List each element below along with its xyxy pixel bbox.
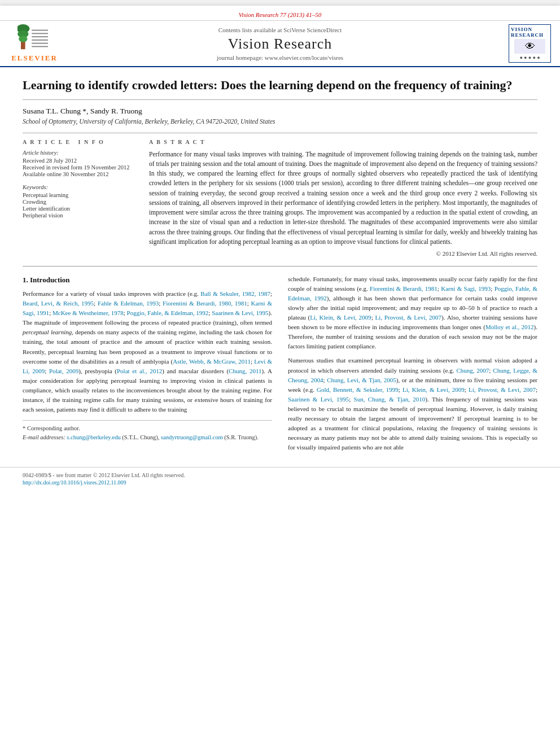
authors: Susana T.L. Chung *, Sandy R. Truong [23,107,537,116]
keyword-3: Letter identification [23,206,135,212]
doi-link[interactable]: http://dx.doi.org/10.1016/j.visres.2012.… [23,479,126,486]
footnote-email: E-mail addresses: s.chung@berkeley.edu (… [23,433,272,442]
vision-logo-title: VISION RESEARCH [511,27,549,38]
section-divider [23,266,537,267]
email-truong: sandyrtruong@gmail.com [161,434,223,440]
article-meta-section: A R T I C L E I N F O Article history: R… [23,133,537,257]
abstract-column: A B S T R A C T Performance for many vis… [149,139,537,257]
ref-saarinen2: Saarinen & Levi, 1995 [288,396,349,403]
sciverse-line: Contents lists available at SciVerse Sci… [65,27,495,33]
received-revised-date: Received in revised form 19 November 201… [23,164,135,171]
ref-poggio: Poggio, Fahle, & Edelman, 1992 [127,309,209,316]
sciverse-text: Contents lists available at SciVerse Sci… [218,27,342,33]
elsevier-logo: ELSEVIER [9,24,60,63]
body-col-left: 1. Introduction Performance for a variet… [23,274,272,457]
keyword-2: Crowding [23,199,135,205]
svg-rect-7 [32,40,48,41]
footer-copyright: 0042-6989/$ - see front matter © 2012 El… [23,472,537,478]
ref-fiorentini2: Fiorentini & Berardi, 1981 [370,285,438,292]
term-perceptual-learning: perceptual learning [23,329,72,335]
intro-para-3: Numerous studies that examined perceptua… [288,356,537,452]
email-label: E-mail addresses: [23,434,65,440]
abstract-label: A B S T R A C T [149,139,537,145]
homepage-line: journal homepage: www.elsevier.com/locat… [65,54,495,61]
page: Vision Research 77 (2013) 41–50 ELSEVIER [0,6,560,747]
footer-doi: http://dx.doi.org/10.1016/j.visres.2012.… [23,479,537,486]
ref-li-provost2: Li, Provost, & Levi, 2007 [469,386,536,393]
ref-chung2007: Chung, 2007 [456,367,489,374]
svg-rect-4 [32,30,48,31]
abstract-text: Performance for many visual tasks improv… [149,150,537,247]
ref-chung-levi: Chung, Levi, & Tjan, 2005 [327,377,396,383]
article-history-block: Article history: Received 28 July 2012 R… [23,150,135,177]
ref-sun: Sun, Chung, & Tjan, 2010 [354,396,426,403]
ref-ball-sekuler: Ball & Sekuler, 1982, 1987 [200,290,270,297]
footnote-section: * Corresponding author. E-mail addresses… [23,420,272,443]
svg-rect-6 [32,36,48,37]
ref-mckee: McKee & Westheimer, 1978 [53,309,124,316]
affiliation: School of Optometry, University of Calif… [23,118,537,125]
svg-rect-5 [32,33,48,34]
vision-logo-dots: ● ● ● ● ● [519,55,540,60]
ref-gold: Gold, Bennett, & Sekuler, 1999 [317,386,399,393]
vision-logo-image: 👁 [514,39,545,54]
journal-reference: Vision Research 77 (2013) 41–50 [239,11,322,18]
footnote-corresponding: * Corresponding author. [23,424,272,433]
article-info-label: A R T I C L E I N F O [23,139,135,145]
journal-header: ELSEVIER Contents lists available at Sci… [0,21,560,67]
author-names: Susana T.L. Chung *, Sandy R. Truong [23,107,142,115]
ref-polat: Polat, 2009 [49,368,78,374]
ref-chung-legge: Chung, Legge, & Cheung, 2004 [288,367,537,383]
ref-beard: Beard, Levi, & Reich, 1995 [23,300,94,307]
ref-li-provost: Li, Provost, & Levi, 2007 [375,314,441,321]
ref-chung2011: Chung, 2011 [229,368,261,374]
body-col-right: schedule. Fortunately, for many visual t… [288,274,537,457]
ref-molloy: Molloy et al., 2012 [485,324,534,330]
article-info-column: A R T I C L E I N F O Article history: R… [23,139,135,257]
keyword-4: Peripheral vision [23,212,135,219]
ref-li-klein2: Li, Klein, & Levi, 2009 [403,386,465,393]
ref-karni2: Karni & Sagi, 1993 [441,285,491,292]
article-content: Learning to identify crowded letters: Do… [0,67,560,467]
ref-fahle: Fahle & Edelman, 1993 [98,300,159,307]
email-chung: s.chung@berkeley.edu [67,434,120,440]
intro-para-1: Performance for a variety of visual task… [23,289,272,414]
ref-polat2: Polat et al., 2012 [117,368,162,374]
elsevier-tree-icon [18,24,51,53]
ref-saarinen: Saarinen & Levi, 1995 [212,309,268,316]
received-date: Received 28 July 2012 [23,158,135,164]
history-label: Article history: [23,150,135,156]
keywords-block: Keywords: Perceptual learning Crowding L… [23,184,135,219]
vision-research-logo: VISION RESEARCH 👁 ● ● ● ● ● [509,24,551,63]
keywords-list: Perceptual learning Crowding Letter iden… [23,192,135,219]
svg-rect-9 [32,46,48,47]
journal-title: Vision Research [65,36,495,53]
intro-para-2: schedule. Fortunately, for many visual t… [288,274,537,351]
ref-astle: Astle, Webb, & McGraw, 2011 [173,358,251,365]
abstract-copyright: © 2012 Elsevier Ltd. All rights reserved… [149,250,537,257]
top-bar: Vision Research 77 (2013) 41–50 [0,6,560,21]
elsevier-label: ELSEVIER [11,54,58,63]
keyword-1: Perceptual learning [23,192,135,198]
article-title: Learning to identify crowded letters: Do… [23,77,537,100]
svg-point-3 [19,36,27,42]
svg-rect-8 [32,43,48,44]
intro-heading: 1. Introduction [23,274,272,286]
journal-center: Contents lists available at SciVerse Sci… [65,27,495,61]
ref-fiorentini: Fiorentini & Berardi, 1980, 1981 [163,300,247,307]
body-two-column: 1. Introduction Performance for a variet… [23,274,537,457]
keywords-label: Keywords: [23,184,135,190]
available-online-date: Available online 30 November 2012 [23,171,135,177]
ref-li-klein: Li, Klein, & Levi, 2009 [310,314,371,321]
page-footer: 0042-6989/$ - see front matter © 2012 El… [0,467,560,491]
vision-research-logo-box: VISION RESEARCH 👁 ● ● ● ● ● [500,24,551,63]
